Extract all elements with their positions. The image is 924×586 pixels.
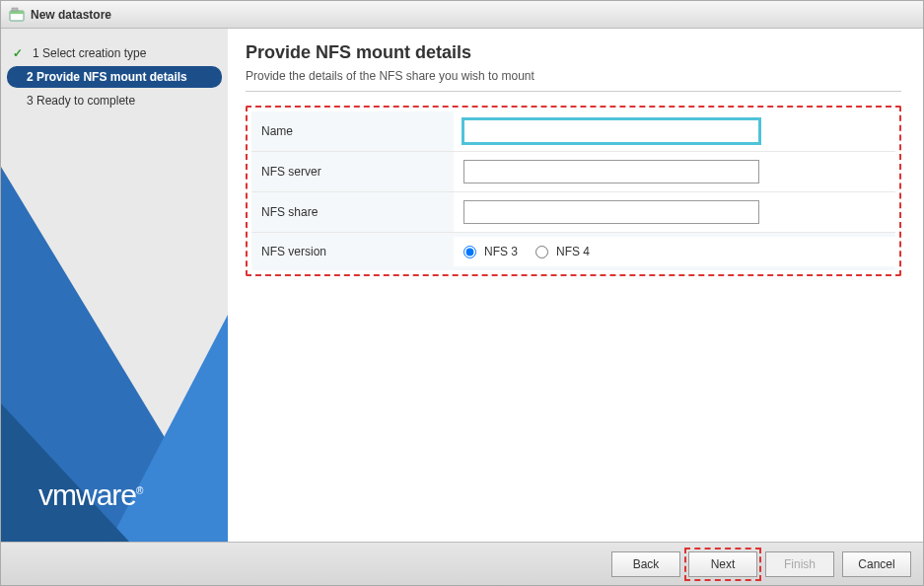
wizard-footer: Back Next Finish Cancel	[1, 542, 923, 585]
nfs-form-highlight: Name NFS server NFS share	[246, 106, 901, 276]
nfs-share-input[interactable]	[463, 200, 759, 224]
name-label: Name	[251, 112, 454, 150]
step-select-creation-type[interactable]: ✓ 1 Select creation type	[7, 42, 222, 64]
sidebar-artwork: vmware®	[1, 167, 228, 542]
new-datastore-wizard: New datastore ✓ 1 Select creation type •…	[0, 0, 924, 586]
wizard-main-panel: Provide NFS mount details Provide the de…	[228, 29, 923, 542]
nfs-server-input[interactable]	[463, 160, 759, 183]
step-provide-nfs-mount-details[interactable]: • 2 Provide NFS mount details	[7, 66, 222, 88]
svg-rect-2	[12, 8, 18, 11]
page-title: Provide NFS mount details	[246, 42, 901, 63]
nfs3-radio[interactable]	[463, 246, 476, 258]
nfs-server-label: NFS server	[251, 153, 454, 190]
datastore-icon	[9, 7, 25, 23]
step-ready-to-complete: • 3 Ready to complete	[7, 90, 222, 111]
nfs3-radio-label[interactable]: NFS 3	[463, 245, 518, 258]
vmware-logo: vmware®	[38, 478, 142, 512]
step-list: ✓ 1 Select creation type • 2 Provide NFS…	[1, 29, 228, 111]
back-button[interactable]: Back	[611, 551, 680, 577]
checkmark-icon: ✓	[13, 46, 27, 60]
wizard-sidebar: ✓ 1 Select creation type • 2 Provide NFS…	[1, 29, 228, 542]
window-title: New datastore	[31, 8, 111, 22]
svg-rect-1	[10, 11, 24, 14]
nfs4-radio[interactable]	[535, 246, 548, 258]
cancel-button[interactable]: Cancel	[842, 551, 911, 577]
titlebar: New datastore	[1, 1, 923, 29]
name-input[interactable]	[463, 119, 759, 143]
nfs-share-label: NFS share	[251, 193, 454, 231]
nfs4-radio-label[interactable]: NFS 4	[535, 245, 590, 258]
next-button[interactable]: Next	[688, 551, 757, 577]
form-row-name: Name	[251, 111, 895, 152]
form-row-nfs-server: NFS server	[251, 152, 895, 192]
page-subtitle: Provide the details of the NFS share you…	[246, 69, 901, 92]
nfs-version-label: NFS version	[251, 233, 454, 270]
form-row-nfs-version: NFS version NFS 3 NFS 4	[251, 233, 895, 270]
wizard-body: ✓ 1 Select creation type • 2 Provide NFS…	[1, 29, 923, 542]
form-row-nfs-share: NFS share	[251, 192, 895, 233]
decorative-triangle	[1, 403, 129, 542]
finish-button: Finish	[765, 551, 834, 577]
